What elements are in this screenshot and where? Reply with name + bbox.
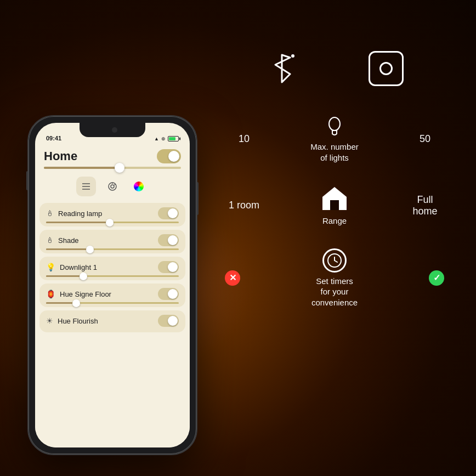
bridge-block <box>369 51 404 86</box>
svg-point-3 <box>109 183 116 190</box>
brightness-track[interactable] <box>44 167 181 169</box>
brightness-fill <box>44 167 120 169</box>
compare-row-timers: ✕ Set timersfor yourconvenience ✓ <box>219 248 450 308</box>
bridge-icon <box>369 51 404 86</box>
left-value-range: 1 room <box>225 200 263 211</box>
phone-outer-frame: 09:41 ▲ ⊕ Home <box>27 115 197 455</box>
list-item: 💡 Downlight 1 <box>39 257 185 280</box>
light-name: Hue Signe Floor <box>60 290 111 298</box>
ceiling-icon: ☀ <box>46 316 53 325</box>
phone-mockup: 09:41 ▲ ⊕ Home <box>27 115 197 455</box>
light-name: Shade <box>58 236 79 245</box>
app-content: Home <box>35 144 190 447</box>
wifi-icon: ⊕ <box>161 136 166 141</box>
light-slider-0[interactable] <box>46 222 179 223</box>
svg-point-4 <box>111 185 114 188</box>
compare-center-range: Range <box>263 185 406 226</box>
center-label-range: Range <box>322 216 347 226</box>
timer-feature-icon <box>322 248 347 273</box>
compare-center-lights: Max. numberof lights <box>263 115 406 163</box>
icon-top-row <box>219 49 450 88</box>
phone-screen: 09:41 ▲ ⊕ Home <box>35 123 190 447</box>
right-value-lights: 50 <box>406 133 444 145</box>
battery-icon <box>168 136 179 141</box>
light-name: Hue Flourish <box>58 317 98 325</box>
cross-icon: ✕ <box>225 270 240 286</box>
center-label-lights: Max. numberof lights <box>310 141 359 163</box>
right-value-range: Full home <box>406 194 444 217</box>
svg-point-8 <box>329 117 340 131</box>
light-slider-1[interactable] <box>46 248 179 250</box>
front-camera <box>112 127 117 133</box>
list-item: 🏮 Hue Signe Floor <box>39 284 185 307</box>
svg-line-6 <box>115 184 116 185</box>
compare-row-range: 1 room Range Full home <box>219 185 450 226</box>
check-icon: ✓ <box>429 270 444 286</box>
app-title: Home <box>44 149 77 163</box>
left-value-lights: 10 <box>225 133 263 145</box>
downlight-icon: 💡 <box>46 263 55 271</box>
floor-lamp-icon: 🏮 <box>46 290 55 298</box>
list-item: ☀ Hue Flourish <box>39 310 185 332</box>
list-item: 🕯 Reading lamp <box>39 203 185 226</box>
svg-point-7 <box>291 54 294 58</box>
center-label-timers: Set timersfor yourconvenience <box>311 276 358 308</box>
home-toggle[interactable] <box>157 149 181 163</box>
tab-list[interactable] <box>76 177 96 196</box>
tab-scenes[interactable] <box>103 177 122 196</box>
bulb-icon: 🕯 <box>46 209 54 218</box>
list-item: 🕯 Shade <box>39 230 185 253</box>
bluetooth-block <box>265 49 298 88</box>
phone-notch <box>80 123 145 137</box>
light-toggle-2[interactable] <box>158 261 179 273</box>
light-name: Reading lamp <box>58 209 102 218</box>
bulb-feature-icon <box>326 115 343 138</box>
light-toggle-3[interactable] <box>158 288 179 300</box>
clock-svg <box>327 253 342 268</box>
light-name: Downlight 1 <box>60 263 97 271</box>
light-toggle-0[interactable] <box>158 207 179 219</box>
svg-line-14 <box>335 260 337 262</box>
house-feature-icon <box>320 185 349 212</box>
tab-colors[interactable] <box>129 177 149 196</box>
app-header: Home <box>35 144 190 167</box>
bulb-icon: 🕯 <box>46 236 54 245</box>
light-slider-2[interactable] <box>46 275 179 277</box>
right-comparison-panel: 10 Max. numberof lights 50 1 room <box>219 49 450 308</box>
tab-bar <box>35 174 190 201</box>
compare-center-timers: Set timersfor yourconvenience <box>240 248 429 308</box>
light-toggle-1[interactable] <box>158 234 179 246</box>
light-list: 🕯 Reading lamp <box>35 201 190 335</box>
compare-row-lights: 10 Max. numberof lights 50 <box>219 115 450 163</box>
status-icons: ▲ ⊕ <box>154 136 179 141</box>
bridge-inner <box>379 62 393 75</box>
bluetooth-icon <box>265 49 298 88</box>
light-toggle-4[interactable] <box>158 315 179 327</box>
comparison-section: 10 Max. numberof lights 50 1 room <box>219 115 450 308</box>
brightness-slider-row <box>35 167 190 174</box>
brightness-thumb[interactable] <box>115 163 124 173</box>
light-slider-3[interactable] <box>46 302 179 304</box>
signal-icon: ▲ <box>154 136 159 141</box>
svg-rect-11 <box>330 200 339 210</box>
